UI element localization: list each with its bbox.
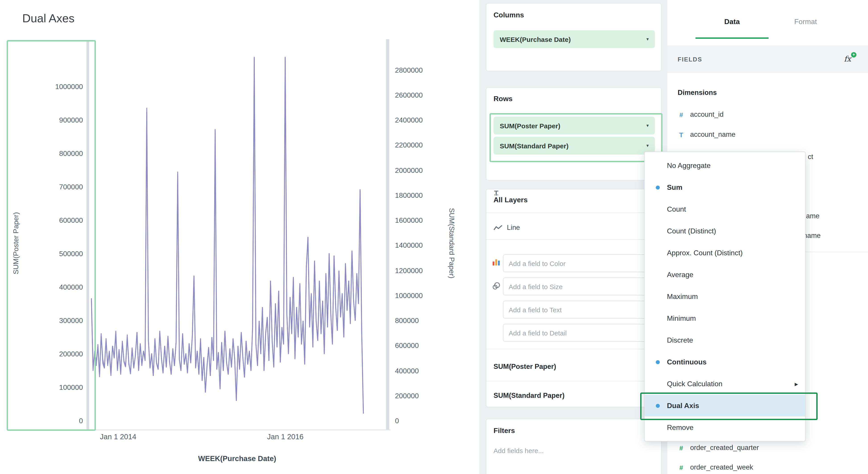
menu-item-label: Count	[667, 205, 686, 213]
menu-item-average[interactable]: Average	[645, 264, 805, 285]
menu-item-label: Quick Calculation	[667, 380, 722, 388]
field-name: order_created_week	[690, 463, 753, 471]
menu-item-no-aggregate[interactable]: No Aggregate	[645, 155, 805, 176]
columns-shelf-card: Columns WEEK(Purchase Date) ▼	[486, 3, 661, 71]
menu-item-label: Maximum	[667, 293, 698, 301]
chart-type-selector[interactable]: Line	[494, 218, 520, 237]
right-axis-title: SUM(Standard Paper)	[447, 176, 456, 310]
rows-shelf-card: Rows SUM(Poster Paper) ▼ SUM(Standard Pa…	[486, 87, 661, 180]
right-axis-tick: 400000	[395, 367, 419, 375]
x-axis-title: WEEK(Purchase Date)	[148, 454, 326, 463]
pill-label: SUM(Standard Paper)	[500, 142, 568, 149]
hash-icon: #	[678, 444, 685, 451]
field-name: order_created_quarter	[690, 444, 759, 452]
field-well-detail[interactable]: Add a field to Detail	[503, 324, 654, 342]
rows-shelf-title: Rows	[494, 95, 513, 103]
menu-item-minimum[interactable]: Minimum	[645, 307, 805, 329]
left-axis-title: SUM(Poster Paper)	[12, 176, 20, 310]
pill-label: WEEK(Purchase Date)	[500, 35, 571, 43]
pill-sum-standard-paper[interactable]: SUM(Standard Paper) ▼	[494, 137, 655, 155]
left-axis-tick: 400000	[27, 283, 83, 291]
field-item-order_created_week[interactable]: #order_created_week	[678, 463, 753, 471]
series-line-left	[91, 57, 363, 414]
right-axis-tick: 2000000	[395, 166, 423, 174]
size-icon	[492, 282, 501, 290]
menu-item-label: Sum	[667, 183, 682, 191]
right-axis-tick: 1400000	[395, 242, 423, 250]
line-chart-icon	[494, 225, 502, 231]
menu-item-remove[interactable]: Remove	[645, 416, 805, 438]
field-well-size[interactable]: Add a field to Size	[503, 277, 654, 295]
chevron-down-icon[interactable]: ▼	[646, 143, 650, 148]
active-tab-underline	[695, 37, 769, 39]
columns-shelf-title: Columns	[494, 11, 524, 19]
menu-item-count[interactable]: Count	[645, 198, 805, 220]
selected-dot-icon	[656, 360, 660, 364]
chevron-down-icon[interactable]: ▼	[646, 37, 650, 41]
x-axis-tick: Jan 1 2016	[267, 433, 303, 441]
right-axis-tick: 800000	[395, 317, 419, 325]
chart-title: Dual Axes	[22, 11, 74, 25]
layer-measure-row[interactable]: SUM(Poster Paper)	[494, 352, 655, 381]
all-layers-card: All Layers Line Add a field to ColorAdd …	[486, 189, 661, 407]
menu-item-sum[interactable]: Sum	[645, 176, 805, 198]
field-item-order_created_quarter[interactable]: #order_created_quarter	[678, 444, 759, 452]
layer-measure-label: SUM(Poster Paper)	[494, 363, 556, 371]
menu-item-maximum[interactable]: Maximum	[645, 285, 805, 307]
right-axis-tick: 2400000	[395, 116, 423, 124]
tab-data[interactable]: Data	[695, 18, 769, 26]
layer-measure-row[interactable]: SUM(Standard Paper)	[494, 381, 655, 410]
right-axis-tick: 600000	[395, 342, 419, 350]
annotation-left-axis-highlight	[7, 40, 96, 431]
text-type-icon: T	[678, 131, 685, 138]
plus-badge-icon: +	[851, 52, 857, 58]
left-axis-tick: 300000	[27, 317, 83, 325]
field-well-text[interactable]: Add a field to Text	[503, 301, 654, 318]
add-calculated-field-icon[interactable]: fx+	[844, 54, 851, 63]
right-axis-tick: 2200000	[395, 141, 423, 149]
menu-item-count-distinct[interactable]: Count (Distinct)	[645, 220, 805, 242]
filters-title: Filters	[494, 427, 515, 435]
right-axis-tick: 1000000	[395, 292, 423, 300]
right-axis-tick: 1600000	[395, 216, 423, 225]
fields-header-bar: FIELDS fx+	[668, 45, 868, 73]
fields-header-label: FIELDS	[678, 56, 702, 63]
left-axis-tick: 200000	[27, 350, 83, 358]
menu-item-approx-count-distinct[interactable]: Approx. Count (Distinct)	[645, 242, 805, 264]
menu-item-label: Dual Axis	[667, 402, 699, 410]
menu-item-label: Discrete	[667, 336, 693, 344]
menu-item-dual-axis[interactable]: Dual Axis	[645, 395, 805, 416]
occluded-field-name-fragment: ct	[808, 153, 813, 161]
chart-panel: Dual Axes SUM(Poster Paper) SUM(Standard…	[0, 0, 479, 474]
menu-item-continuous[interactable]: Continuous	[645, 351, 805, 373]
detail-icon: ∴	[492, 189, 501, 198]
right-axis-tick: 0	[395, 417, 399, 425]
menu-item-label: Count (Distinct)	[667, 227, 716, 235]
pill-label: SUM(Poster Paper)	[500, 122, 560, 129]
well-placeholder: Add a field to Detail	[509, 329, 567, 337]
tab-format[interactable]: Format	[774, 18, 837, 26]
field-item-account_id[interactable]: #account_id	[678, 110, 723, 118]
selected-dot-icon	[656, 404, 660, 408]
right-axis-tick: 1200000	[395, 267, 423, 275]
pill-sum-poster-paper[interactable]: SUM(Poster Paper) ▼	[494, 117, 655, 135]
layer-measure-label: SUM(Standard Paper)	[494, 392, 565, 400]
right-axis-tick: 200000	[395, 392, 419, 400]
right-axis-tick: 1800000	[395, 192, 423, 200]
filters-card: Filters Add fields here...	[486, 419, 661, 474]
field-well-color[interactable]: Add a field to Color	[503, 255, 654, 272]
chevron-down-icon[interactable]: ▼	[646, 124, 650, 128]
field-item-account_name[interactable]: Taccount_name	[678, 131, 735, 139]
color-icon	[492, 259, 501, 266]
menu-item-label: Average	[667, 271, 693, 279]
well-placeholder: Add a field to Size	[509, 283, 563, 290]
submenu-arrow-icon: ▸	[795, 380, 798, 388]
filters-placeholder[interactable]: Add fields here...	[494, 447, 544, 454]
menu-item-label: No Aggregate	[667, 162, 711, 170]
pill-week-purchase-date[interactable]: WEEK(Purchase Date) ▼	[494, 30, 655, 48]
menu-item-discrete[interactable]: Discrete	[645, 329, 805, 351]
well-placeholder: Add a field to Text	[509, 306, 562, 313]
menu-item-label: Approx. Count (Distinct)	[667, 249, 743, 257]
menu-item-quick-calculation[interactable]: Quick Calculation▸	[645, 373, 805, 395]
right-axis-tick: 2600000	[395, 91, 423, 99]
